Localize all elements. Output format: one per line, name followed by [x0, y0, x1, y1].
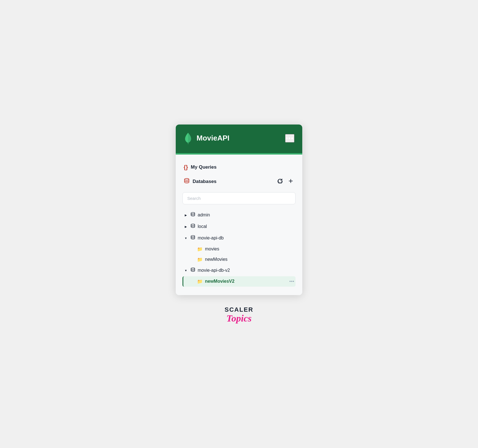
- database-name-local: local: [198, 224, 207, 229]
- svg-point-4: [191, 268, 195, 269]
- list-item: ▶ admin: [182, 209, 296, 221]
- database-name-movie-api-db: movie-api-db: [198, 236, 224, 241]
- scaler-text-top: SCALER: [225, 306, 253, 313]
- list-item: ▼ movie-api-db 📁 movies: [182, 232, 296, 265]
- panel-title: MovieAPI: [197, 134, 229, 142]
- db-icon-movie-api-db: [190, 235, 195, 241]
- list-item: ▶ local: [182, 221, 296, 232]
- collection-item-newMovies[interactable]: 📁 newMovies: [182, 254, 296, 265]
- database-item-movie-api-db[interactable]: ▼ movie-api-db: [182, 232, 296, 244]
- expand-arrow-admin: ▶: [184, 214, 188, 217]
- svg-point-3: [191, 235, 195, 237]
- expand-arrow-local: ▶: [184, 225, 188, 228]
- panel-header: MovieAPI •••: [176, 125, 302, 153]
- page-wrapper: MovieAPI ••• {} My Queries: [176, 125, 302, 324]
- databases-label: Databases: [193, 179, 276, 184]
- my-queries-row[interactable]: {} My Queries: [182, 161, 296, 173]
- header-left: MovieAPI: [184, 132, 229, 144]
- add-icon: [288, 178, 293, 184]
- database-tree: ▶ admin ▶: [182, 209, 296, 287]
- collection-item-dots[interactable]: •••: [289, 279, 294, 284]
- database-name-movie-api-db-v2: movie-api-db-v2: [198, 268, 230, 273]
- svg-point-1: [191, 212, 195, 214]
- collection-item-newMoviesV2[interactable]: 📁 newMoviesV2 •••: [182, 276, 296, 287]
- expand-arrow-movie-api-db-v2: ▼: [184, 269, 188, 272]
- folder-icon-newMoviesV2: 📁: [197, 279, 203, 284]
- database-item-movie-api-db-v2[interactable]: ▼ movie-api-db-v2: [182, 265, 296, 276]
- mongodb-leaf-icon: [184, 132, 193, 144]
- panel-body: {} My Queries Databases: [176, 155, 302, 295]
- search-input-wrap: [182, 192, 296, 204]
- add-database-button[interactable]: [287, 178, 294, 185]
- search-input[interactable]: [182, 192, 296, 204]
- db-icon-local: [190, 223, 195, 230]
- header-menu-button[interactable]: •••: [285, 134, 294, 142]
- collection-item-movies[interactable]: 📁 movies: [182, 244, 296, 254]
- database-item-admin[interactable]: ▶ admin: [182, 209, 296, 221]
- mongodb-compass-panel: MovieAPI ••• {} My Queries: [176, 125, 302, 295]
- collection-name-movies: movies: [205, 246, 219, 252]
- collection-name-newMoviesV2: newMoviesV2: [205, 279, 235, 284]
- expand-arrow-movie-api-db: ▼: [184, 237, 188, 240]
- scaler-logo: SCALER Topics: [225, 306, 253, 324]
- databases-actions: [276, 178, 294, 185]
- refresh-icon: [278, 178, 283, 184]
- refresh-button[interactable]: [276, 178, 284, 185]
- db-icon-admin: [190, 212, 195, 218]
- my-queries-label: My Queries: [191, 164, 217, 170]
- database-name-admin: admin: [198, 212, 210, 218]
- svg-point-2: [191, 224, 195, 225]
- database-item-local[interactable]: ▶ local: [182, 221, 296, 232]
- databases-icon: [184, 178, 190, 185]
- db-icon-movie-api-db-v2: [190, 267, 195, 274]
- my-queries-icon: {}: [184, 164, 188, 171]
- svg-point-0: [184, 178, 189, 180]
- folder-icon-newMovies: 📁: [197, 257, 203, 262]
- collection-name-newMovies: newMovies: [205, 257, 227, 262]
- folder-icon-movies: 📁: [197, 246, 203, 252]
- scaler-text-bottom: Topics: [225, 313, 253, 323]
- list-item: ▼ movie-api-db-v2 📁 new: [182, 265, 296, 287]
- databases-row: Databases: [182, 175, 296, 188]
